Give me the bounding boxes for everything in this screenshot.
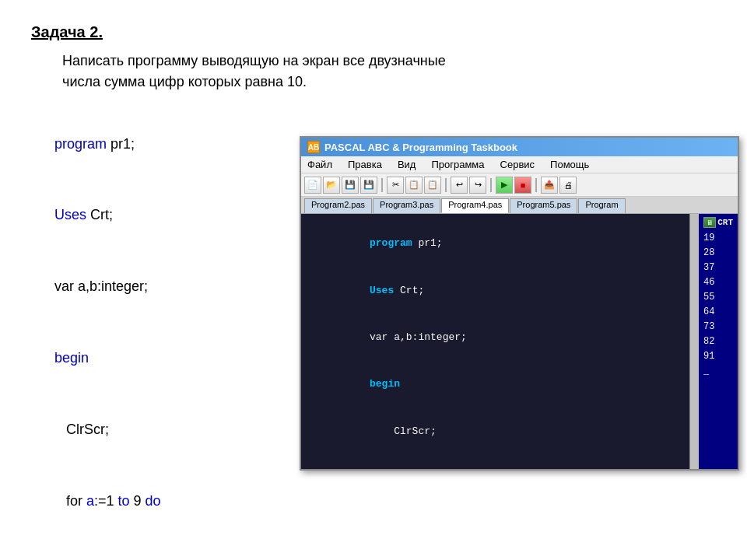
- editor-line-4: begin: [309, 361, 682, 408]
- tb-redo[interactable]: ↪: [469, 177, 486, 194]
- task-description: Написать программу выводящую на экран вс…: [62, 51, 716, 93]
- out-num-7: 73: [703, 320, 733, 334]
- out-num-3: 37: [703, 261, 733, 275]
- ed-kw-begin: begin: [370, 378, 400, 390]
- tb-sep4: [535, 178, 537, 192]
- tb-print[interactable]: 🖨: [559, 177, 577, 194]
- tb-cut[interactable]: ✂: [387, 177, 404, 194]
- out-num-4: 46: [703, 275, 733, 289]
- description-line2: числа сумма цифр которых равна 10.: [62, 74, 307, 89]
- ed-program-rest: pr1;: [412, 237, 443, 249]
- tb-save2[interactable]: 💾: [360, 177, 377, 194]
- code-line-6: for a:=1 to 9 do: [31, 465, 716, 537]
- menu-service[interactable]: Сервис: [497, 159, 538, 170]
- code-editor[interactable]: program pr1; Uses Crt; var a,b:integer; …: [301, 214, 689, 469]
- editor-line-6: for a:=1 to 9 do: [309, 455, 682, 469]
- window-toolbar: 📄 📂 💾 💾 ✂ 📋 📋 ↩ ↪ ▶ ■ 📤 🖨: [301, 173, 738, 197]
- out-num-9: 91: [703, 349, 733, 363]
- menu-help[interactable]: Помощь: [547, 159, 592, 170]
- editor-line-1: program pr1;: [309, 220, 682, 267]
- output-header: 🖥 CRT: [703, 217, 733, 228]
- editor-line-3: var a,b:integer;: [309, 314, 682, 361]
- out-num-6: 64: [703, 305, 733, 319]
- output-numbers: 19 28 37 46 55 64 73 82 91 _: [703, 231, 733, 378]
- tb-sep3: [490, 178, 492, 192]
- editor-line-5: ClrScr;: [309, 408, 682, 455]
- out-num-5: 55: [703, 290, 733, 304]
- tb-open[interactable]: 📂: [323, 177, 340, 194]
- ed-kw-program: program: [370, 237, 412, 249]
- keyword-begin: begin: [54, 350, 89, 366]
- menu-view[interactable]: Вид: [395, 159, 419, 170]
- window-title: PASCAL ABC & Programming Taskbook: [324, 142, 517, 153]
- window-content: program pr1; Uses Crt; var a,b:integer; …: [301, 214, 738, 469]
- ed-var-line: var a,b:integer;: [370, 331, 467, 343]
- tb-save[interactable]: 💾: [342, 177, 359, 194]
- output-panel: 🖥 CRT 19 28 37 46 55 64 73 82 91 _: [699, 214, 738, 469]
- tab-program5[interactable]: Program5.pas: [510, 198, 577, 213]
- window-titlebar: AB PASCAL ABC & Programming Taskbook: [301, 138, 738, 156]
- tb-export[interactable]: 📤: [541, 177, 558, 194]
- tb-paste[interactable]: 📋: [424, 177, 441, 194]
- keyword-uses: Uses: [54, 207, 86, 222]
- tb-sep2: [445, 178, 447, 192]
- description-line1: Написать программу выводящую на экран вс…: [62, 53, 446, 68]
- out-num-8: 82: [703, 334, 733, 348]
- menu-program[interactable]: Программа: [428, 159, 487, 170]
- tb-sep1: [381, 178, 383, 192]
- tb-new[interactable]: 📄: [304, 177, 321, 194]
- code-line-7: for b:=0 to 9 do: [31, 537, 716, 560]
- menu-file[interactable]: Файл: [304, 159, 335, 170]
- ed-uses-rest: Crt;: [394, 285, 424, 296]
- tab-program3[interactable]: Program3.pas: [373, 198, 440, 213]
- tb-undo[interactable]: ↩: [451, 177, 468, 194]
- tb-run[interactable]: ▶: [496, 177, 513, 194]
- ed-clrscr: ClrScr;: [370, 425, 437, 437]
- crt-label: CRT: [717, 218, 733, 227]
- task-title: Задача 2.: [31, 23, 716, 41]
- editor-line-2: Uses Crt;: [309, 267, 682, 313]
- window-icon: AB: [307, 141, 320, 153]
- window-menubar: Файл Правка Вид Программа Сервис Помощь: [301, 156, 738, 173]
- tab-program6[interactable]: Program: [578, 198, 625, 213]
- tb-stop[interactable]: ■: [514, 177, 531, 194]
- out-num-1: 19: [703, 231, 733, 245]
- out-num-cursor: _: [703, 364, 733, 378]
- main-page: Задача 2. Написать программу выводящую н…: [0, 0, 747, 560]
- tab-program4[interactable]: Program4.pas: [441, 198, 509, 213]
- editor-scrollbar[interactable]: [689, 214, 699, 469]
- tab-program2[interactable]: Program2.pas: [304, 198, 372, 213]
- out-num-2: 28: [703, 246, 733, 260]
- pascal-abc-window: AB PASCAL ABC & Programming Taskbook Фай…: [300, 136, 739, 471]
- keyword-program: program: [54, 136, 107, 152]
- tabs-bar: Program2.pas Program3.pas Program4.pas P…: [301, 197, 738, 214]
- tb-copy[interactable]: 📋: [405, 177, 423, 194]
- menu-edit[interactable]: Правка: [345, 159, 385, 170]
- ed-kw-uses: Uses: [370, 285, 394, 296]
- crt-icon: 🖥: [703, 217, 716, 228]
